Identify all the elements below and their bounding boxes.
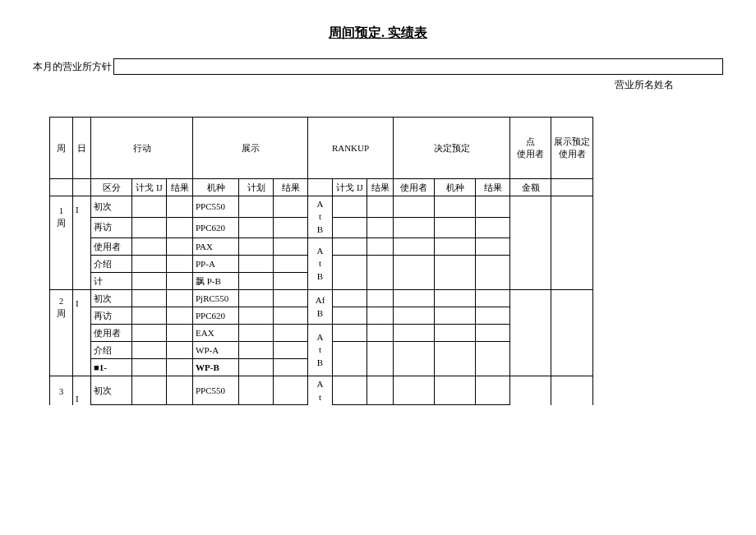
cell[interactable] bbox=[274, 342, 308, 359]
cell[interactable] bbox=[435, 290, 476, 307]
cell[interactable] bbox=[239, 273, 274, 290]
cell[interactable] bbox=[274, 359, 308, 376]
cell[interactable] bbox=[367, 376, 394, 405]
cell[interactable] bbox=[394, 376, 435, 405]
cell[interactable] bbox=[394, 196, 435, 218]
cell[interactable] bbox=[239, 256, 274, 273]
cell[interactable] bbox=[476, 325, 510, 342]
cell[interactable] bbox=[551, 196, 593, 290]
cell[interactable] bbox=[367, 307, 394, 325]
cell[interactable] bbox=[167, 342, 193, 359]
cell[interactable] bbox=[367, 290, 394, 307]
policy-input-box[interactable] bbox=[113, 58, 723, 75]
cell[interactable] bbox=[333, 290, 367, 307]
cell[interactable] bbox=[510, 290, 551, 376]
cell[interactable] bbox=[435, 325, 476, 342]
cell[interactable] bbox=[167, 325, 193, 342]
cell[interactable] bbox=[435, 238, 476, 256]
cell[interactable] bbox=[239, 196, 274, 218]
cell[interactable] bbox=[394, 307, 435, 325]
cell[interactable] bbox=[239, 342, 274, 359]
cell[interactable] bbox=[167, 307, 193, 325]
cell[interactable] bbox=[167, 290, 193, 307]
cell[interactable] bbox=[274, 307, 308, 325]
cell[interactable] bbox=[476, 376, 510, 405]
table-row: 3 I 初次 PPC550 At bbox=[50, 376, 593, 405]
kubun-cell: 计 bbox=[91, 273, 132, 290]
cell[interactable] bbox=[367, 325, 394, 342]
cell[interactable] bbox=[132, 196, 167, 218]
cell[interactable] bbox=[274, 376, 308, 405]
cell[interactable] bbox=[394, 325, 435, 342]
cell[interactable] bbox=[167, 376, 193, 405]
cell[interactable] bbox=[333, 238, 367, 256]
cell[interactable] bbox=[333, 376, 367, 405]
cell[interactable] bbox=[132, 376, 167, 405]
cell[interactable] bbox=[167, 196, 193, 218]
cell[interactable] bbox=[394, 217, 435, 238]
cell[interactable] bbox=[274, 290, 308, 307]
cell[interactable] bbox=[167, 359, 193, 376]
cell[interactable] bbox=[476, 256, 510, 290]
cell[interactable] bbox=[132, 307, 167, 325]
cell[interactable] bbox=[333, 256, 367, 290]
cell[interactable] bbox=[239, 217, 274, 238]
cell[interactable] bbox=[239, 238, 274, 256]
cell[interactable] bbox=[476, 238, 510, 256]
cell[interactable] bbox=[333, 307, 367, 325]
cell[interactable] bbox=[394, 342, 435, 376]
cell[interactable] bbox=[239, 325, 274, 342]
cell[interactable] bbox=[333, 342, 367, 376]
cell[interactable] bbox=[333, 325, 367, 342]
cell[interactable] bbox=[394, 238, 435, 256]
cell[interactable] bbox=[132, 290, 167, 307]
cell[interactable] bbox=[394, 290, 435, 307]
cell[interactable] bbox=[239, 376, 274, 405]
cell[interactable] bbox=[274, 196, 308, 218]
hdr-blank bbox=[73, 179, 91, 196]
cell[interactable] bbox=[132, 359, 167, 376]
cell[interactable] bbox=[239, 359, 274, 376]
cell[interactable] bbox=[394, 256, 435, 290]
cell[interactable] bbox=[274, 238, 308, 256]
cell[interactable] bbox=[239, 290, 274, 307]
cell[interactable] bbox=[333, 217, 367, 238]
cell[interactable] bbox=[476, 342, 510, 376]
cell[interactable] bbox=[476, 307, 510, 325]
cell[interactable] bbox=[333, 196, 367, 218]
cell[interactable] bbox=[510, 376, 551, 405]
cell[interactable] bbox=[132, 342, 167, 359]
cell[interactable] bbox=[435, 376, 476, 405]
cell[interactable] bbox=[367, 256, 394, 290]
cell[interactable] bbox=[274, 325, 308, 342]
cell[interactable] bbox=[551, 290, 593, 376]
cell[interactable] bbox=[132, 217, 167, 238]
cell[interactable] bbox=[239, 307, 274, 325]
cell[interactable] bbox=[476, 196, 510, 218]
cell[interactable] bbox=[551, 376, 593, 405]
cell[interactable] bbox=[167, 238, 193, 256]
cell[interactable] bbox=[132, 273, 167, 290]
cell[interactable] bbox=[274, 273, 308, 290]
cell[interactable] bbox=[167, 256, 193, 273]
cell[interactable] bbox=[167, 273, 193, 290]
cell[interactable] bbox=[274, 217, 308, 238]
cell[interactable] bbox=[476, 217, 510, 238]
cell[interactable] bbox=[435, 342, 476, 376]
cell[interactable] bbox=[435, 196, 476, 218]
cell[interactable] bbox=[435, 256, 476, 290]
cell[interactable] bbox=[132, 238, 167, 256]
cell[interactable] bbox=[274, 256, 308, 273]
hdr-planij2: 计戈 IJ bbox=[333, 179, 367, 196]
cell[interactable] bbox=[367, 217, 394, 238]
cell[interactable] bbox=[167, 217, 193, 238]
cell[interactable] bbox=[132, 256, 167, 273]
cell[interactable] bbox=[367, 342, 394, 376]
cell[interactable] bbox=[367, 196, 394, 218]
cell[interactable] bbox=[435, 307, 476, 325]
cell[interactable] bbox=[476, 290, 510, 307]
cell[interactable] bbox=[435, 217, 476, 238]
cell[interactable] bbox=[367, 238, 394, 256]
cell[interactable] bbox=[132, 325, 167, 342]
cell[interactable] bbox=[510, 196, 551, 290]
